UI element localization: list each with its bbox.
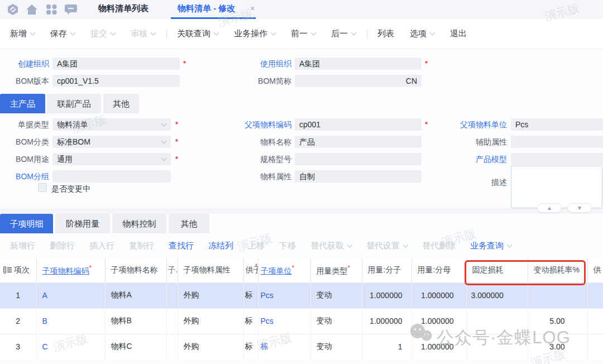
cell-name: 物料C xyxy=(105,334,166,360)
message-icon[interactable] xyxy=(65,4,77,15)
delete-row-button[interactable]: 删除行 xyxy=(50,241,75,251)
new-button[interactable]: 新增 xyxy=(10,28,35,39)
material-attr-field[interactable]: 自制 xyxy=(295,170,422,183)
list-button[interactable]: 列表 xyxy=(377,28,394,39)
table-row[interactable]: 1 A 物料A 外购 标 Pcs 变动 1.000000 1.000000 3.… xyxy=(0,282,603,308)
bom-version-field[interactable]: cp001_V1.5 xyxy=(52,75,180,87)
cell-unit-link[interactable]: Pcs xyxy=(258,282,310,308)
cell-empty xyxy=(587,308,603,334)
next-button[interactable]: 后一 xyxy=(331,28,356,39)
cell-supply-clipped: 标 xyxy=(243,334,258,360)
column-fixed-loss[interactable]: 固定损耗 xyxy=(466,258,528,282)
bom-group-field[interactable] xyxy=(52,170,171,183)
cell-clipped xyxy=(166,334,178,360)
parent-code-field[interactable]: cp001 xyxy=(295,118,422,131)
freeze-column-button[interactable]: 冻结列 xyxy=(208,241,233,251)
copy-row-button[interactable]: 复制行 xyxy=(129,241,154,251)
product-model-label[interactable]: 产品模型 xyxy=(446,155,507,165)
tab-material-control[interactable]: 物料控制 xyxy=(112,214,166,233)
spec-field[interactable] xyxy=(295,153,422,165)
chevron-down-icon xyxy=(161,138,167,144)
tab-other-product[interactable]: 其他 xyxy=(103,94,139,113)
required-mark: * xyxy=(175,120,178,128)
tab-bom-edit[interactable]: 物料清单 - 修改 xyxy=(178,3,235,14)
create-org-field[interactable]: A集团 xyxy=(52,58,180,70)
insert-row-button[interactable]: 插入行 xyxy=(89,241,114,251)
material-name-field[interactable]: 产品 xyxy=(295,136,422,148)
business-operation-button[interactable]: 业务操作 xyxy=(234,28,275,39)
column-child-unit[interactable]: 子项单位* xyxy=(258,258,310,282)
business-query-button[interactable]: 业务查询 xyxy=(470,241,511,251)
table-row[interactable]: 2 B 物料B 外购 标 Pcs 变动 1.000000 1.000000 5.… xyxy=(0,308,603,334)
save-button[interactable]: 保存 xyxy=(50,28,75,39)
previous-button[interactable]: 前一 xyxy=(291,28,315,39)
related-query-button[interactable]: 关联查询 xyxy=(177,28,218,39)
required-mark: * xyxy=(425,59,428,68)
cell-code-link[interactable]: A xyxy=(36,282,105,308)
chevron-down-icon xyxy=(30,30,36,36)
parent-code-label[interactable]: 父项物料编码 xyxy=(230,120,291,130)
column-seq[interactable]: 项次 xyxy=(0,258,36,282)
tab-child-detail[interactable]: 子项明细 xyxy=(0,214,53,233)
column-child-code[interactable]: 子项物料编码* xyxy=(36,258,105,282)
audit-button[interactable]: 审核 xyxy=(131,28,155,39)
doc-type-select[interactable]: 物料清单 xyxy=(52,118,171,131)
bom-category-select[interactable]: 标准BOM xyxy=(52,136,171,148)
column-denominator[interactable]: 用量:分母 xyxy=(411,258,466,282)
cell-code-link[interactable]: B xyxy=(36,308,105,334)
column-clipped[interactable]: 子.. xyxy=(166,258,178,282)
cell-name: 物料B xyxy=(105,308,166,334)
parent-unit-field[interactable]: Pcs xyxy=(511,118,603,131)
change-flag-label: 是否变更中 xyxy=(51,184,113,194)
column-supply2-clipped[interactable]: 供 xyxy=(587,258,603,282)
collapse-up-button[interactable]: ▲ xyxy=(537,203,562,213)
collapse-down-button[interactable]: ▼ xyxy=(567,203,592,213)
substitute-get-button[interactable]: 替代获取 xyxy=(310,241,352,251)
table-row[interactable]: 3 C 物料C 外购 标 栋 变动 1 1.000000 3.00 xyxy=(0,334,603,360)
tab-co-product[interactable]: 联副产品 xyxy=(47,94,101,113)
column-usage-type[interactable]: 用量类型* xyxy=(310,258,362,282)
column-child-attr[interactable]: 子项物料属性 xyxy=(178,258,243,282)
close-icon[interactable]: × xyxy=(250,4,255,13)
description-textarea[interactable] xyxy=(511,166,602,208)
description-label: 描述 xyxy=(446,178,507,188)
column-variable-loss[interactable]: 变动损耗率% xyxy=(528,258,587,282)
column-supply-clipped[interactable]: 供子* xyxy=(243,258,258,282)
cell-unit-link[interactable]: 栋 xyxy=(258,334,310,360)
logo-icon[interactable] xyxy=(7,4,19,15)
apps-icon[interactable] xyxy=(45,4,58,15)
create-org-label[interactable]: 创建组织 xyxy=(1,59,49,69)
bom-usage-label: BOM用途 xyxy=(1,155,49,165)
product-model-field[interactable] xyxy=(511,153,603,165)
tab-main-product[interactable]: 主产品 xyxy=(0,94,45,113)
tab-bom-list[interactable]: 物料清单列表 xyxy=(98,3,149,14)
add-row-button[interactable]: 新增行 xyxy=(10,241,35,251)
use-org-label[interactable]: 使用组织 xyxy=(243,59,291,69)
aux-attr-field[interactable] xyxy=(511,136,603,148)
submit-button[interactable]: 提交 xyxy=(90,28,115,39)
cell-unit-link[interactable]: Pcs xyxy=(258,308,310,334)
bom-short-field[interactable]: CN xyxy=(295,75,422,87)
cell-code-link[interactable]: C xyxy=(36,334,105,360)
substitute-set-button[interactable]: 替代设置 xyxy=(366,241,408,251)
options-button[interactable]: 选项 xyxy=(410,28,434,39)
tab-detail-other[interactable]: 其他 xyxy=(169,214,209,233)
home-icon[interactable] xyxy=(26,4,38,15)
column-numerator[interactable]: 用量:分子 xyxy=(362,258,411,282)
move-up-button[interactable]: 上移 xyxy=(248,241,265,251)
cell-numerator: 1.000000 xyxy=(362,308,411,334)
find-row-button[interactable]: 查找行 xyxy=(169,241,194,251)
exit-button[interactable]: 退出 xyxy=(450,28,467,39)
bom-usage-select[interactable]: 通用 xyxy=(52,153,171,165)
cell-name: 物料A xyxy=(105,282,166,308)
change-flag-checkbox[interactable] xyxy=(38,183,47,192)
move-down-button[interactable]: 下移 xyxy=(279,241,296,251)
use-org-field[interactable]: A集团 xyxy=(295,58,422,70)
cell-denominator: 1.000000 xyxy=(411,308,466,334)
substitute-delete-button[interactable]: 替代删除 xyxy=(422,241,456,251)
tab-step-usage[interactable]: 阶梯用量 xyxy=(55,214,110,233)
bom-group-label[interactable]: BOM分组 xyxy=(1,172,49,182)
parent-unit-label[interactable]: 父项物料单位 xyxy=(446,120,507,130)
doc-type-label: 单据类型 xyxy=(1,120,49,130)
column-child-name[interactable]: 子项物料名称 xyxy=(105,258,166,282)
